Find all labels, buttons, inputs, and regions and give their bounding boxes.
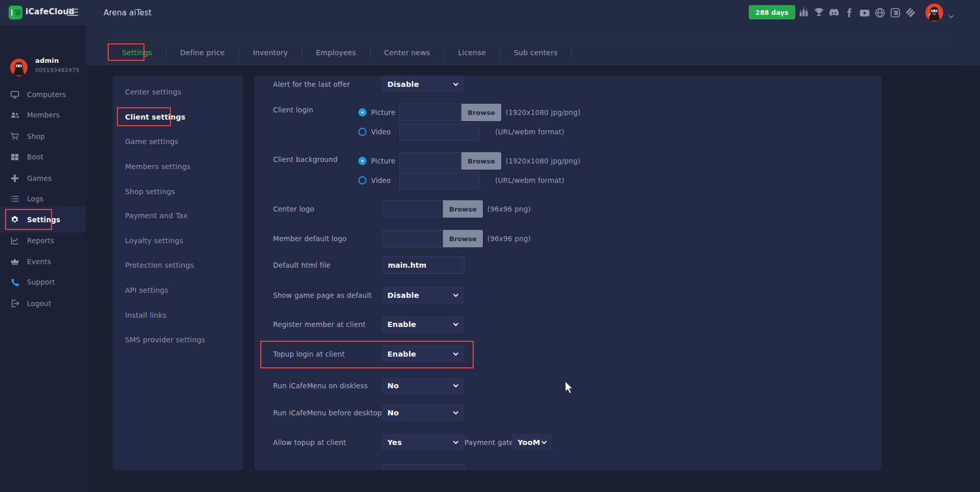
sidebar-item-logout[interactable]: Logout	[0, 295, 86, 312]
icafecloud-app: iCafeCloud Arena aiTest 288 days	[0, 0, 980, 492]
chevron-down-icon	[453, 322, 459, 326]
client-login-picture-radio[interactable]	[358, 108, 366, 116]
client-login-video-radio[interactable]	[358, 128, 366, 136]
account-chevron-down-icon[interactable]	[948, 11, 954, 20]
tab-center-news[interactable]: Center news	[371, 40, 444, 64]
tab-define-price[interactable]: Define price	[166, 40, 238, 64]
default-html-file-input[interactable]	[382, 256, 464, 274]
tab-sub-centers[interactable]: Sub centers	[500, 40, 572, 64]
sidebar-item-label: Logs	[27, 195, 43, 203]
sidebar-avatar[interactable]	[10, 59, 28, 76]
menu-item-sms-provider-settings[interactable]: SMS provider settings	[113, 332, 243, 347]
sidebar-item-label: Support	[27, 278, 55, 286]
topbar: iCafeCloud Arena aiTest 288 days	[0, 0, 980, 25]
menu-item-shop-settings[interactable]: Shop settings	[113, 184, 243, 199]
menu-item-loyalty-settings[interactable]: Loyalty settings	[113, 233, 243, 248]
youtube-icon[interactable]	[859, 7, 870, 18]
section-header: Settings Define price Inventory Employee…	[86, 25, 980, 65]
topup-login-select[interactable]: Enable	[382, 345, 464, 363]
sidebar-item-computers[interactable]: Computers	[0, 86, 86, 103]
member-default-logo-browse-button[interactable]: Browse	[443, 230, 483, 247]
client-background-picture-browse-button[interactable]: Browse	[461, 152, 501, 170]
menu-item-client-settings[interactable]: Client settings	[113, 109, 243, 125]
register-member-select[interactable]: Enable	[382, 316, 464, 333]
sidebar-item-support[interactable]: Support	[0, 274, 86, 290]
sidebar-item-members[interactable]: Members	[0, 107, 86, 123]
phone-icon	[10, 277, 19, 287]
run-icafemenu-diskless-select[interactable]: No	[382, 377, 464, 394]
partial-bottom-input[interactable]	[382, 464, 464, 470]
field-label: Register member at client	[273, 316, 365, 333]
field-hint: (96x96 png)	[487, 235, 531, 243]
show-game-page-select[interactable]: Disable	[382, 287, 464, 304]
form-subrow: Video (URL/webm format)	[254, 172, 881, 189]
layers-brand-icon[interactable]	[905, 7, 916, 18]
field-label: Run iCafeMenu before desktop	[273, 404, 382, 421]
sidebar-item-games[interactable]: Games	[0, 170, 86, 186]
radio-label: Video	[371, 128, 399, 136]
run-icafemenu-before-desktop-select[interactable]: No	[382, 404, 464, 421]
form-row: Register member at client Enable	[254, 316, 881, 333]
client-background-video-input[interactable]	[399, 172, 479, 189]
sidebar-item-label: Settings	[27, 216, 60, 224]
client-background-picture-input[interactable]	[399, 152, 461, 170]
tab-divider	[571, 46, 572, 59]
trophy-icon[interactable]	[813, 7, 824, 18]
chevron-down-icon	[453, 82, 459, 86]
field-label: Default html file	[273, 256, 331, 274]
tab-inventory[interactable]: Inventory	[239, 40, 302, 64]
icafecloud-mini-icon[interactable]	[890, 7, 901, 18]
user-avatar[interactable]	[925, 4, 943, 21]
chevron-down-icon	[453, 352, 459, 356]
tab-license[interactable]: License	[445, 40, 500, 64]
center-logo-input[interactable]	[382, 200, 443, 218]
sidebar-item-shop[interactable]: Shop	[0, 128, 86, 145]
sidebar-item-label: Games	[27, 174, 52, 182]
menu-item-members-settings[interactable]: Members settings	[113, 159, 243, 174]
tab-settings[interactable]: Settings	[108, 40, 166, 64]
facebook-icon[interactable]	[844, 7, 855, 18]
sidebar-user-id: 005193482475	[35, 67, 79, 74]
menu-item-center-settings[interactable]: Center settings	[113, 84, 243, 100]
topbar-icons	[798, 0, 916, 25]
gear-icon	[10, 215, 19, 224]
allow-topup-select[interactable]: Yes	[382, 434, 464, 451]
sidebar-item-label: Members	[27, 111, 60, 119]
sidebar-item-logs[interactable]: Logs	[0, 191, 86, 207]
payment-gateway-select[interactable]: YooMoney	[512, 434, 553, 451]
field-label: Center logo	[273, 200, 314, 218]
menu-item-install-links[interactable]: Install links	[113, 308, 243, 323]
menu-item-api-settings[interactable]: API settings	[113, 283, 243, 298]
discord-icon[interactable]	[828, 7, 840, 18]
client-login-picture-browse-button[interactable]: Browse	[461, 104, 501, 121]
client-login-video-input[interactable]	[399, 123, 479, 140]
client-login-picture-input[interactable]	[399, 104, 461, 121]
center-logo-browse-button[interactable]: Browse	[443, 200, 483, 218]
windows-icon	[10, 152, 19, 161]
sidebar: admin 005193482475 Computers Members Sho…	[0, 25, 86, 492]
alert-last-offer-select[interactable]: Disable	[382, 76, 464, 93]
menu-item-game-settings[interactable]: Game settings	[113, 134, 243, 149]
tab-employees[interactable]: Employees	[302, 40, 370, 64]
globe-icon[interactable]	[874, 7, 886, 18]
form-row: Show game page as default Disable	[254, 287, 881, 304]
sidebar-item-reports[interactable]: Reports	[0, 232, 86, 249]
form-row: Run iCafeMenu on diskless No	[254, 377, 881, 394]
member-default-logo-input[interactable]	[382, 230, 443, 247]
sidebar-item-boot[interactable]: Boot	[0, 149, 86, 165]
sidebar-item-settings[interactable]: Settings	[0, 212, 86, 228]
leaderboard-icon[interactable]	[798, 7, 809, 18]
client-background-picture-radio[interactable]	[358, 157, 366, 165]
form-row: Default html file	[254, 256, 881, 274]
client-background-video-radio[interactable]	[358, 176, 366, 184]
content-area: Center settings Client settings Game set…	[86, 65, 980, 492]
sidebar-item-events[interactable]: Events	[0, 253, 86, 270]
hamburger-menu-icon[interactable]	[67, 9, 78, 16]
gamepad-cross-icon	[10, 174, 19, 183]
license-days-badge[interactable]: 288 days	[749, 5, 795, 19]
menu-item-protection-settings[interactable]: Protection settings	[113, 257, 243, 273]
sidebar-item-label: Reports	[27, 237, 54, 245]
chevron-down-icon	[453, 384, 459, 388]
menu-item-payment-and-tax[interactable]: Payment and Tax	[113, 208, 243, 223]
crown-icon	[10, 257, 19, 266]
